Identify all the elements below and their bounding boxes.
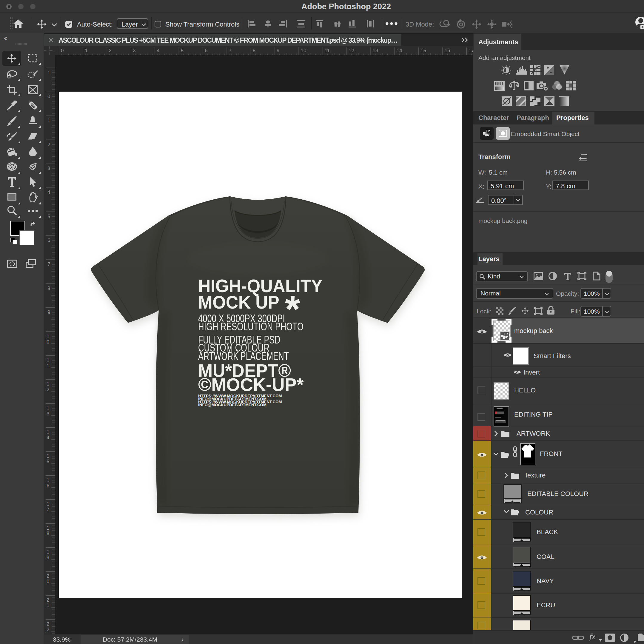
svg-text:2: 2	[47, 621, 49, 627]
svg-text:2: 2	[47, 597, 49, 603]
svg-text:3: 3	[133, 48, 135, 53]
svg-text:1: 1	[47, 525, 49, 531]
svg-text:0: 0	[47, 339, 49, 345]
svg-text:0: 0	[47, 94, 50, 99]
svg-text:2: 2	[47, 387, 49, 392]
svg-text:2: 2	[47, 573, 49, 579]
svg-text:1: 1	[47, 477, 49, 483]
svg-text:8: 8	[47, 531, 49, 536]
svg-text:1: 1	[85, 48, 87, 53]
svg-text:9: 9	[47, 555, 49, 560]
svg-text:0: 0	[47, 579, 49, 584]
svg-text:12: 12	[349, 48, 354, 53]
svg-text:1: 1	[47, 603, 49, 608]
svg-text:4: 4	[47, 189, 50, 195]
svg-text:13: 13	[373, 48, 378, 53]
svg-text:10: 10	[301, 48, 306, 53]
svg-text:6: 6	[47, 238, 50, 243]
svg-text:3: 3	[47, 166, 50, 171]
svg-text:16: 16	[445, 48, 450, 53]
svg-text:5: 5	[47, 214, 50, 219]
svg-text:1: 1	[47, 453, 49, 459]
svg-text:1: 1	[47, 70, 50, 76]
svg-text:1: 1	[47, 118, 50, 123]
svg-text:11: 11	[325, 48, 330, 53]
svg-text:1: 1	[47, 381, 49, 387]
svg-text:14: 14	[397, 48, 402, 53]
svg-text:8: 8	[253, 48, 255, 53]
svg-text:5: 5	[181, 48, 184, 53]
svg-text:2: 2	[109, 48, 112, 53]
svg-text:4: 4	[47, 435, 49, 440]
svg-text:1: 1	[47, 358, 49, 363]
svg-text:6: 6	[47, 483, 49, 489]
svg-text:9: 9	[277, 48, 279, 53]
svg-text:1: 1	[47, 501, 49, 507]
svg-text:9: 9	[47, 309, 50, 315]
svg-text:7: 7	[229, 48, 231, 53]
svg-text:7: 7	[47, 261, 50, 267]
svg-text:6: 6	[205, 48, 207, 53]
svg-text:1: 1	[47, 549, 49, 555]
svg-text:4: 4	[157, 48, 159, 53]
svg-text:3: 3	[47, 411, 49, 417]
svg-text:0: 0	[61, 48, 64, 53]
svg-text:8: 8	[47, 286, 50, 291]
svg-text:5: 5	[47, 459, 49, 464]
svg-text:15: 15	[420, 48, 426, 53]
svg-text:17: 17	[469, 48, 473, 53]
svg-text:1: 1	[47, 406, 49, 411]
svg-text:1: 1	[47, 429, 49, 435]
svg-text:1: 1	[47, 363, 49, 369]
svg-text:1: 1	[47, 334, 49, 339]
svg-text:2: 2	[47, 142, 50, 147]
svg-text:2: 2	[47, 627, 49, 632]
svg-text:7: 7	[47, 507, 49, 512]
